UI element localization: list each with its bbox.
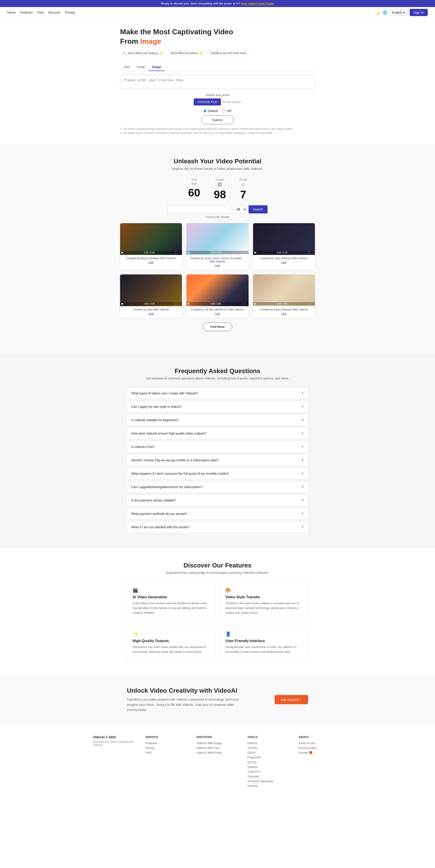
footer-link-faq[interactable]: FAQ	[145, 751, 189, 754]
settings-icon-3[interactable]: ⋮	[311, 251, 313, 254]
footer-link-donate[interactable]: Donate 🎁	[298, 751, 342, 754]
fullscreen-icon-1[interactable]: ⛶	[175, 251, 177, 254]
footer-link-pikpost[interactable]: PikPost	[247, 741, 291, 745]
faq-question-9[interactable]: Is the payment service reliable? +	[127, 495, 308, 506]
footer-link-pricing[interactable]: Pricing	[145, 746, 189, 750]
settings-icon-2[interactable]: ⋮	[245, 251, 247, 254]
image-icon: 🖼	[214, 182, 226, 187]
radio-vip[interactable]: VIP	[222, 109, 232, 113]
gallery-search-input[interactable]	[167, 205, 231, 213]
nav-links: Home Features FAQ Discover Pricing	[7, 11, 375, 14]
footer-link-with-text[interactable]: VideoAI With Text	[196, 746, 240, 750]
footer-link-txtaudio[interactable]: TxtAudio	[247, 775, 291, 778]
video-thumb-6: ▶ 0:00 / 0:05 ⛶ ⋮	[253, 274, 315, 306]
feature-title-4: User-Friendly Interface	[226, 639, 302, 643]
footer-link-with-image[interactable]: VideoAI With Image	[196, 741, 240, 745]
video-info-1: Created by Marcia Pestaña With VideoAI L…	[120, 255, 182, 264]
footer-link-videoai[interactable]: VideoAI	[247, 765, 291, 769]
faq-question-1[interactable]: What types of videos can I create with V…	[127, 388, 308, 399]
faq-question-8[interactable]: Can I upgrade/downgrade/cancel my subscr…	[127, 481, 308, 492]
footer-link-features[interactable]: Features	[145, 741, 189, 745]
play-button-2[interactable]: ▶	[188, 251, 190, 254]
radio-default[interactable]: Default	[203, 109, 218, 113]
footer-link-qa-qo[interactable]: QA-Qo	[247, 761, 291, 764]
find-more-button[interactable]: Find More	[203, 322, 232, 331]
footer-link-sunoify[interactable]: Sunoify	[247, 746, 291, 750]
language-selector[interactable]: English ▾	[390, 9, 407, 16]
faq-question-6[interactable]: Should I choose Pay-as-you-go credits or…	[127, 455, 308, 466]
video-grid: ▶ 0:00 / 0:05 ⛶ ⋮ Created by Marcia Pest…	[120, 223, 315, 318]
faq-question-10[interactable]: What payment methods do you accept? +	[127, 508, 308, 519]
fullscreen-icon-6[interactable]: ⛶	[308, 303, 310, 305]
video-link-1[interactable]: Link	[122, 261, 180, 264]
star-icon: ⭐	[160, 52, 163, 55]
video-link-5[interactable]: Link	[189, 312, 246, 315]
badge-dir2ai-text: FEATURED IN DIR2AI	[171, 52, 198, 55]
play-button-4[interactable]: ▶	[122, 302, 124, 305]
banner-link[interactable]: Visit VideoAI.work Today!	[241, 2, 274, 5]
faq-question-5[interactable]: Is VideoAI Free? +	[127, 441, 308, 452]
cta-button[interactable]: Get Started→	[275, 695, 308, 704]
video-link-4[interactable]: Link	[122, 312, 180, 315]
video-link-2[interactable]: Link	[189, 264, 246, 267]
footer-link-privacy[interactable]: Privacy policy	[298, 746, 342, 750]
settings-icon-6[interactable]: ⋮	[311, 303, 313, 305]
choose-file-button[interactable]: CHOOSE FILE	[194, 98, 221, 105]
nav-home[interactable]: Home	[7, 11, 15, 14]
navbar: Home Features FAQ Discover Pricing 🌙 🌐 E…	[0, 7, 435, 18]
tab-text[interactable]: Text	[120, 63, 133, 71]
footer-about-title: ABOUT	[298, 735, 342, 739]
style-transfer-icon: 🎨	[226, 587, 302, 593]
fullscreen-icon-3[interactable]: ⛶	[308, 251, 310, 254]
radio-default-input[interactable]	[203, 110, 206, 113]
nav-pricing[interactable]: Pricing	[65, 11, 75, 14]
nav-features[interactable]: Features	[20, 11, 33, 14]
play-button-5[interactable]: ▶	[188, 302, 190, 305]
settings-icon-5[interactable]: ⋮	[245, 303, 247, 305]
play-button-1[interactable]: ▶	[122, 251, 124, 254]
footer-link-with-emoji[interactable]: VideoAI With Emoji	[196, 751, 240, 754]
settings-icon-4[interactable]: ⋮	[178, 303, 180, 305]
signin-button[interactable]: Sign In	[410, 9, 428, 16]
tab-image[interactable]: Image	[148, 63, 165, 71]
high-quality-icon: ✨	[133, 631, 209, 637]
stat-image-value: 98	[214, 188, 226, 201]
faq-question-text-5: Is VideoAI Free?	[131, 445, 155, 448]
radio-vip-input[interactable]	[222, 110, 225, 113]
video-link-3[interactable]: Link	[255, 261, 313, 264]
play-button-3[interactable]: ▶	[255, 251, 257, 254]
footer-link-publicpdf[interactable]: PublicPDF	[247, 756, 291, 759]
moon-icon[interactable]: 🌙	[375, 10, 380, 15]
faq-question-7[interactable]: What happens if I don't consume the full…	[127, 468, 308, 479]
footer-link-terms[interactable]: Terms of use	[298, 741, 342, 745]
footer-link-pikflow[interactable]: PikFlow	[247, 784, 291, 788]
footer-discover-title: DISCOVER	[196, 735, 240, 739]
fullscreen-icon-5[interactable]: ⛶	[242, 303, 244, 305]
gallery-filter-select[interactable]: All	[233, 205, 247, 213]
nav-faq[interactable]: FAQ	[37, 11, 44, 14]
video-thumb-2: ▶ 0:00 / 0:05 ⛶ ⋮	[187, 223, 248, 255]
faq-question-3[interactable]: Is VideoAI suitable for beginners? +	[127, 414, 308, 426]
nav-discover[interactable]: Discover	[48, 11, 61, 14]
video-thumb-3: ▶ 0:00 / 0:05 ⛶ ⋮	[253, 223, 315, 255]
video-link-6[interactable]: Link	[255, 312, 313, 315]
tab-emoji[interactable]: Emoji	[133, 63, 148, 71]
settings-icon-1[interactable]: ⋮	[178, 251, 180, 254]
video-controls-4: ▶ 0:00 / 0:05 ⛶ ⋮	[120, 302, 182, 305]
footer-link-ai-anime[interactable]: AI Anime Generator	[247, 779, 291, 783]
faq-question-11[interactable]: What if I am not satisfied with the resu…	[127, 521, 308, 532]
fullscreen-icon-4[interactable]: ⛶	[175, 303, 177, 305]
faq-question-2[interactable]: Can I apply my own style to videos? +	[127, 401, 308, 412]
gallery-search-button[interactable]: Search	[248, 205, 268, 213]
video-info-2: Created by César Oscar Carrero González …	[187, 255, 248, 267]
footer-link-audiotxt[interactable]: AudioTXT	[247, 770, 291, 773]
creative-idea-input[interactable]	[120, 75, 315, 89]
submit-button[interactable]: Submit	[201, 116, 234, 124]
cta-title: Unlock Video Creativity with VideoAI	[127, 687, 240, 694]
play-button-6[interactable]: ▶	[255, 302, 257, 305]
stats-title: Unleash Your Video Potential	[4, 158, 431, 165]
footer-link-dir2ai[interactable]: Dir2AI	[247, 751, 291, 754]
fullscreen-icon-2[interactable]: ⛶	[242, 251, 244, 254]
faq-question-4[interactable]: How does VideoAI ensure high-quality vid…	[127, 428, 308, 439]
translate-icon[interactable]: 🌐	[383, 10, 387, 15]
